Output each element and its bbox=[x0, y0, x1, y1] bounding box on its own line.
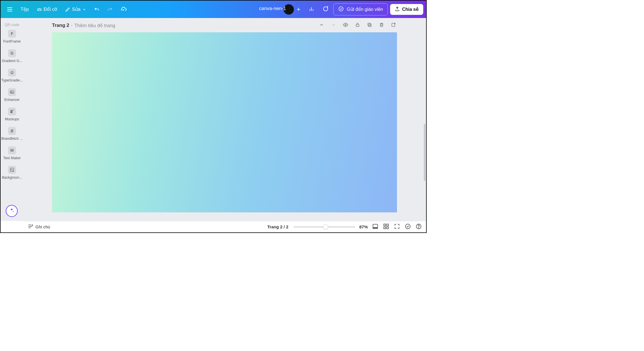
file-menu[interactable]: Tệp bbox=[17, 4, 32, 14]
image-icon bbox=[8, 88, 16, 96]
app-icon: G bbox=[8, 49, 16, 57]
sidebar-item-label: TypeGradie... bbox=[1, 78, 23, 82]
sidebar-item-gradient[interactable]: G Gradient G... bbox=[1, 47, 23, 66]
help-icon bbox=[416, 223, 422, 230]
sidebar-item-brandfetch[interactable]: B Brandfetch ... bbox=[1, 125, 23, 144]
pencil-icon bbox=[65, 7, 70, 12]
menu-button[interactable] bbox=[3, 4, 16, 15]
zoom-percentage[interactable]: 87% bbox=[359, 224, 368, 229]
edit-menu[interactable]: Sửa bbox=[62, 4, 90, 14]
notes-label: Ghi chú bbox=[35, 224, 50, 229]
move-page-down-button[interactable] bbox=[330, 22, 337, 29]
page-tools bbox=[318, 22, 397, 29]
zoom-slider[interactable] bbox=[294, 226, 355, 228]
bar-chart-icon bbox=[308, 6, 315, 13]
notes-icon bbox=[27, 224, 33, 230]
canvas-area: Trang 2 - Thêm tiêu đề trang bbox=[23, 18, 426, 221]
header-left: Tệp Đổi cỡ Sửa bbox=[3, 4, 130, 15]
sidebar-item-textmaker[interactable]: M Text Maker bbox=[1, 144, 23, 163]
mockup-icon bbox=[8, 107, 16, 115]
delete-page-button[interactable] bbox=[378, 22, 385, 29]
insights-button[interactable] bbox=[306, 4, 317, 15]
sidebar-item-label: Enhancer bbox=[4, 98, 20, 102]
chevron-up-icon bbox=[319, 22, 324, 29]
chevron-down-icon bbox=[331, 22, 336, 29]
svg-point-10 bbox=[345, 24, 346, 26]
send-to-teacher-button[interactable]: Gửi đến giáo viên bbox=[333, 3, 388, 15]
app-icon: F bbox=[8, 30, 16, 38]
sidebar-item-label: FontFrame bbox=[3, 39, 21, 43]
trash-icon bbox=[379, 22, 384, 29]
eye-icon bbox=[343, 22, 348, 29]
undo-button[interactable] bbox=[91, 4, 103, 15]
check-circle-icon bbox=[338, 6, 344, 13]
file-label: Tệp bbox=[21, 7, 29, 12]
svg-rect-22 bbox=[387, 227, 388, 229]
add-member-button[interactable]: + bbox=[293, 4, 304, 15]
svg-rect-17 bbox=[373, 224, 378, 228]
svg-point-6 bbox=[339, 7, 343, 11]
comments-button[interactable] bbox=[320, 4, 331, 15]
bottom-bar: Ghi chú Trang 2 / 2 87% bbox=[23, 221, 426, 232]
lock-page-button[interactable] bbox=[354, 22, 361, 29]
sidebar-top-label[interactable]: QR code bbox=[1, 21, 23, 27]
sidebar-item-label: Text Maker bbox=[3, 156, 21, 160]
chevron-down-icon bbox=[82, 7, 86, 11]
grid-icon bbox=[383, 223, 389, 230]
add-page-button[interactable] bbox=[390, 22, 397, 29]
page-number-label: Trang 2 bbox=[52, 23, 69, 28]
page-title-input[interactable]: Thêm tiêu đề trang bbox=[74, 23, 115, 29]
svg-point-25 bbox=[418, 228, 419, 228]
menu-icon bbox=[6, 6, 13, 13]
comment-icon bbox=[322, 6, 328, 13]
page-header: Trang 2 - Thêm tiêu đề trang bbox=[52, 22, 397, 29]
move-page-up-button[interactable] bbox=[318, 22, 325, 29]
share-button[interactable]: Chia sẻ bbox=[390, 4, 423, 15]
upload-icon bbox=[395, 6, 400, 13]
hide-page-button[interactable] bbox=[342, 22, 349, 29]
page-view-icon bbox=[372, 223, 378, 230]
crown-icon bbox=[37, 7, 42, 12]
sidebar-item-typegradient[interactable]: G TypeGradie... bbox=[1, 66, 23, 86]
svg-rect-19 bbox=[384, 224, 386, 226]
sidebar-item-mockups[interactable]: Mockups bbox=[1, 105, 23, 125]
duplicate-page-button[interactable] bbox=[366, 22, 373, 29]
svg-rect-13 bbox=[368, 23, 370, 26]
app-header: Tệp Đổi cỡ Sửa bbox=[1, 1, 426, 18]
status-check-button[interactable] bbox=[404, 224, 411, 230]
page-counter[interactable]: Trang 2 / 2 bbox=[267, 224, 288, 229]
sync-status[interactable] bbox=[117, 4, 130, 15]
vertical-scrollbar[interactable] bbox=[424, 18, 426, 221]
page-view-button[interactable] bbox=[372, 224, 379, 230]
cloud-check-icon bbox=[120, 6, 127, 13]
fullscreen-button[interactable] bbox=[394, 224, 400, 230]
header-right: + Gửi đến giáo viên Chia sẻ bbox=[284, 3, 423, 15]
scrollbar-thumb[interactable] bbox=[424, 124, 426, 181]
svg-rect-20 bbox=[387, 224, 388, 226]
sidebar-item-enhancer[interactable]: Enhancer bbox=[1, 86, 23, 105]
redo-button[interactable] bbox=[104, 4, 116, 15]
design-canvas[interactable] bbox=[52, 32, 397, 212]
bottom-view-controls bbox=[372, 224, 422, 230]
sparkle-icon bbox=[9, 208, 15, 214]
sidebar-item-label: Brandfetch ... bbox=[1, 137, 23, 141]
help-button[interactable] bbox=[415, 224, 422, 230]
left-sidebar: QR code F FontFrame G Gradient G... G Ty… bbox=[1, 18, 23, 221]
resize-button[interactable]: Đổi cỡ bbox=[33, 4, 61, 14]
undo-icon bbox=[94, 6, 100, 13]
magic-button[interactable] bbox=[6, 205, 18, 217]
lock-open-icon bbox=[355, 22, 360, 29]
grid-view-button[interactable] bbox=[383, 224, 390, 230]
plus-icon: + bbox=[297, 6, 300, 13]
notes-button[interactable]: Ghi chú bbox=[27, 224, 50, 230]
zoom-slider-thumb[interactable] bbox=[323, 224, 328, 230]
svg-rect-12 bbox=[369, 24, 371, 27]
sidebar-item-label: Backgroun... bbox=[2, 176, 22, 180]
fullscreen-icon bbox=[394, 223, 400, 230]
sidebar-item-background[interactable]: Backgroun... bbox=[1, 163, 23, 183]
document-title[interactable]: canva-nen-1 bbox=[259, 6, 286, 11]
resize-label: Đổi cỡ bbox=[44, 7, 57, 12]
app-icon: M bbox=[8, 146, 16, 154]
edit-label: Sửa bbox=[72, 7, 81, 12]
sidebar-item-fontframe[interactable]: F FontFrame bbox=[1, 27, 23, 47]
